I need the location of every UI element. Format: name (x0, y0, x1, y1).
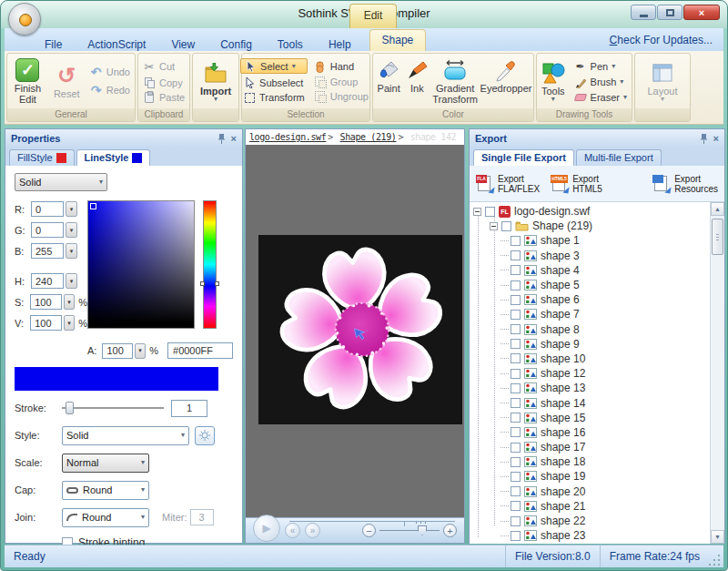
tree-checkbox[interactable] (511, 516, 521, 526)
eyedropper-button[interactable]: Eyedropper (480, 56, 531, 95)
panel-close-icon[interactable]: × (231, 133, 237, 144)
tree-row-shape[interactable]: shape 19 (470, 469, 710, 484)
tree-row-shape[interactable]: shape 17 (470, 440, 710, 454)
tools-button[interactable]: Tools ▾ (539, 59, 568, 103)
tree-row-shape[interactable]: shape 4 (470, 263, 710, 278)
reset-button[interactable]: ↺ Reset (48, 62, 86, 100)
transform-button[interactable]: Transform (240, 91, 308, 104)
miter-input[interactable]: 3 (190, 509, 214, 525)
paint-button[interactable]: Paint (375, 56, 402, 95)
tree-row-shape[interactable]: shape 10 (470, 352, 710, 366)
brush-button[interactable]: Brush ▾ (571, 76, 630, 89)
tree-shape-label[interactable]: shape 21 (541, 500, 585, 513)
tree-row-shape[interactable]: shape 16 (470, 425, 710, 440)
tree-shape-label[interactable]: shape 5 (541, 279, 580, 291)
tree-checkbox[interactable] (511, 310, 521, 320)
tab-linestyle[interactable]: LineStyle (76, 149, 151, 166)
tree-shape-label[interactable]: shape 14 (541, 397, 585, 410)
next-frame-button[interactable]: » (305, 523, 320, 538)
tree-row-shape[interactable]: shape 12 (470, 366, 710, 381)
line-style-dropdown[interactable]: Solid ▾ (62, 426, 189, 445)
tree-row-shape[interactable]: shape 15 (470, 411, 710, 425)
tab-multi-file-export[interactable]: Multi-file Export (576, 149, 662, 166)
tree-shape-label[interactable]: shape 18 (541, 455, 585, 468)
import-button[interactable]: Import ▾ (195, 59, 237, 103)
shape-stage[interactable] (258, 235, 462, 424)
select-button[interactable]: Select ▾ (240, 58, 308, 74)
tree-checkbox[interactable] (501, 221, 511, 231)
subselect-button[interactable]: Subselect (240, 76, 308, 89)
tree-row-shape[interactable]: shape 6 (470, 292, 710, 307)
tree-shape-label[interactable]: shape 12 (541, 367, 585, 380)
color-value-input[interactable]: 240 (31, 273, 64, 289)
flower-shape[interactable] (258, 235, 462, 424)
tree-checkbox[interactable] (511, 427, 521, 437)
spinner-dropdown-icon[interactable]: ▾ (66, 243, 77, 259)
hue-marker-right[interactable] (215, 281, 219, 286)
app-menu-orb-icon[interactable] (8, 3, 41, 36)
tree-shape-label[interactable]: shape 15 (541, 412, 585, 424)
pin-icon[interactable] (700, 134, 708, 144)
tree-checkbox[interactable] (511, 383, 521, 393)
tree-shape-label[interactable]: shape 22 (541, 515, 585, 527)
tree-checkbox[interactable] (511, 413, 521, 423)
tree-folder-label[interactable]: Shape (219) (532, 219, 592, 232)
seek-track[interactable] (289, 521, 455, 522)
paste-button[interactable]: Paste (140, 91, 187, 104)
tree-checkbox[interactable] (511, 501, 521, 511)
tree-checkbox[interactable] (511, 443, 521, 453)
resize-grip[interactable] (709, 553, 722, 566)
tree-checkbox[interactable] (511, 265, 521, 275)
spinner-dropdown-icon[interactable]: ▾ (66, 222, 77, 238)
spinner-dropdown-icon[interactable]: ▾ (66, 273, 77, 289)
tree-row-shape[interactable]: shape 23 (470, 528, 710, 543)
spinner-dropdown-icon[interactable]: ▾ (64, 315, 75, 331)
tree-shape-label[interactable]: shape 4 (541, 264, 580, 277)
color-value-input[interactable]: 100 (30, 294, 62, 310)
tree-row-shape[interactable]: shape 14 (470, 395, 710, 410)
tree-row-shape[interactable]: shape 8 (470, 322, 710, 337)
check-for-updates-link[interactable]: Check For Updates... (599, 30, 723, 51)
scroll-down-button[interactable]: ▼ (711, 530, 724, 544)
redo-button[interactable]: ↷ Redo (87, 82, 133, 98)
tree-shape-label[interactable]: shape 8 (541, 323, 580, 336)
cut-button[interactable]: ✂ Cut (140, 59, 177, 75)
tree-row-shape[interactable]: shape 3 (470, 249, 710, 263)
tree-shape-label[interactable]: shape 16 (541, 426, 585, 439)
minimize-button[interactable] (631, 5, 656, 20)
panel-close-icon[interactable]: × (713, 133, 719, 144)
eraser-button[interactable]: Eraser ▾ (571, 91, 630, 104)
tree-row-shape[interactable]: shape 18 (470, 454, 710, 469)
color-value-input[interactable]: 0 (31, 201, 64, 217)
prev-frame-button[interactable]: « (285, 523, 300, 538)
tree-shape-label[interactable]: shape 20 (541, 485, 585, 498)
shape-canvas[interactable] (246, 145, 464, 517)
hue-marker-left[interactable] (200, 281, 205, 286)
maximize-button[interactable] (657, 5, 682, 20)
tree-row-shape[interactable]: shape 21 (470, 499, 710, 514)
breadcrumb-item[interactable]: logo-design.swf (249, 132, 326, 142)
gradient-transform-button[interactable]: Gradient Transform (431, 56, 479, 106)
tree-scrollbar[interactable]: ▲ ▼ (710, 202, 724, 544)
tree-row-shape[interactable]: shape 7 (470, 307, 710, 321)
stroke-width-input[interactable]: 1 (171, 400, 207, 417)
tree-shape-label[interactable]: shape 17 (541, 441, 585, 454)
ink-button[interactable]: Ink (404, 56, 430, 95)
play-button[interactable]: ▶ (253, 515, 280, 542)
sv-marker[interactable] (90, 203, 96, 209)
alpha-dropdown-icon[interactable]: ▾ (135, 343, 147, 359)
tree-shape-label[interactable]: shape 1 (541, 234, 580, 247)
scale-dropdown[interactable]: Normal ▾ (62, 454, 149, 473)
tree-checkbox[interactable] (511, 324, 521, 334)
scrollbar-thumb[interactable] (712, 219, 723, 255)
color-value-input[interactable]: 100 (30, 315, 62, 331)
tree-shape-label[interactable]: shape 10 (541, 352, 585, 365)
tree-shape-label[interactable]: shape 3 (541, 250, 580, 262)
breadcrumb-item[interactable]: shape 142 (410, 132, 457, 142)
collapse-icon[interactable] (490, 222, 498, 230)
ribbon-tab-shape-active[interactable]: Shape (369, 29, 427, 51)
tree-checkbox[interactable] (511, 486, 521, 496)
undo-button[interactable]: ↶ Undo (87, 64, 133, 80)
zoom-slider-thumb[interactable] (418, 525, 427, 535)
export-html5-button[interactable]: HTML5 ExportHTML5 (548, 172, 605, 196)
